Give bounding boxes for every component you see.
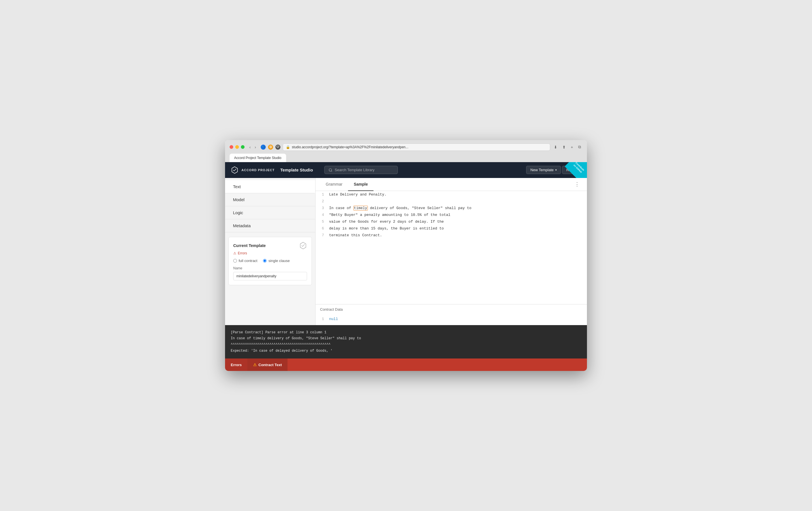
address-bar[interactable]: 🔒 studio.accordproject.org/?template=ap%… — [283, 143, 550, 151]
contract-line-content-1: null — [327, 316, 587, 322]
code-line-4: 4 "Betty Buyer" a penalty amounting to 1… — [316, 211, 587, 218]
code-editor: 1 Late Delivery and Penalty. 2 3 In case… — [316, 191, 587, 304]
error-line-2: In case of timely delivery of Goods, "St… — [231, 335, 581, 342]
back-button[interactable]: ‹ — [248, 144, 252, 150]
line-number-2: 2 — [316, 198, 327, 205]
tab-more-options[interactable]: ⋮ — [572, 178, 582, 190]
logo-area: ACCORD PROJECT — [231, 166, 274, 174]
chevron-down-icon: ▾ — [555, 168, 557, 171]
search-bar[interactable] — [324, 166, 398, 174]
sidebar-item-model-label: Model — [233, 197, 244, 202]
errors-tab-label: Errors — [231, 363, 242, 367]
single-clause-option[interactable]: single clause — [263, 259, 290, 263]
lock-icon: 🔒 — [286, 145, 290, 149]
code-line-1: 1 Late Delivery and Penalty. — [316, 191, 587, 198]
contract-data-section: Contract Data 1 null — [316, 304, 587, 325]
app-container: ACCORD PROJECT Template Studio New Templ… — [225, 162, 587, 371]
browser-tabs: Accord Project Template Studio — [230, 154, 582, 162]
tabs-button[interactable]: ⧉ — [577, 144, 582, 150]
warning-icon: ⚠ — [253, 362, 257, 367]
line-number-6: 6 — [316, 225, 327, 232]
share-button[interactable]: ⬆ — [561, 144, 567, 150]
full-contract-label: full contract — [239, 259, 257, 263]
app-title: Template Studio — [280, 167, 313, 172]
line-content-1: Late Delivery and Penalty. — [327, 191, 587, 198]
error-warning-icon: ⚠ — [233, 251, 236, 255]
browser-window: ‹ › 🔵 Ⓑ 🛡 🔒 studio.accordproject.org/?te… — [225, 140, 587, 371]
contract-data-lines: 1 null — [316, 316, 587, 322]
template-name-input[interactable] — [233, 272, 307, 280]
extension-icon-1: 🔵 — [261, 144, 266, 150]
error-line-4: Expected: 'In case of delayed delivery o… — [231, 348, 581, 354]
sidebar-item-text-label: Text — [233, 184, 241, 189]
sidebar-item-text[interactable]: Text — [225, 180, 315, 193]
current-template-section: Current Template ⚠ Errors full con — [228, 237, 312, 285]
traffic-lights — [230, 145, 244, 149]
tab-grammar[interactable]: Grammar — [320, 178, 348, 191]
nav-buttons: ‹ › — [248, 144, 257, 150]
sidebar-item-logic[interactable]: Logic — [225, 206, 315, 219]
browser-chrome: ‹ › 🔵 Ⓑ 🛡 🔒 studio.accordproject.org/?te… — [225, 140, 587, 162]
minimize-button[interactable] — [235, 145, 239, 149]
new-tab-button[interactable]: + — [570, 144, 575, 150]
new-template-label: New Template — [530, 168, 554, 172]
ct-error: ⚠ Errors — [233, 251, 307, 255]
editor-tabs: Grammar Sample ⋮ — [316, 178, 587, 191]
contract-data-line-1: 1 null — [316, 316, 587, 322]
address-bar-container: 🔵 Ⓑ 🛡 🔒 studio.accordproject.org/?templa… — [261, 143, 582, 151]
current-template-title: Current Template — [233, 243, 266, 248]
code-line-7: 7 terminate this Contract. — [316, 232, 587, 239]
line-number-1: 1 — [316, 191, 327, 198]
line-content-2 — [327, 198, 587, 205]
maximize-button[interactable] — [241, 145, 244, 149]
template-logo-icon — [299, 242, 307, 249]
tab-sample-label: Sample — [354, 182, 368, 186]
line-content-3: In case of timely delivery of Goods, "St… — [327, 205, 587, 211]
browser-titlebar: ‹ › 🔵 Ⓑ 🛡 🔒 studio.accordproject.org/?te… — [230, 143, 582, 151]
single-clause-radio[interactable] — [263, 259, 267, 263]
sidebar-item-metadata-label: Metadata — [233, 223, 251, 228]
single-clause-label: single clause — [268, 259, 290, 263]
address-bar-actions: ⬇ ⬆ + ⧉ — [552, 144, 582, 150]
code-line-5: 5 value of the Goods for every 2 days of… — [316, 218, 587, 225]
tab-sample[interactable]: Sample — [348, 178, 374, 191]
radio-group: full contract single clause — [233, 259, 307, 263]
line-number-4: 4 — [316, 211, 327, 218]
download-button[interactable]: ⬇ — [552, 144, 559, 150]
extension-icon-3: 🛡 — [276, 144, 281, 150]
bottom-tab-contract-text[interactable]: ⚠ Contract Text — [248, 358, 288, 371]
contract-line-number-1: 1 — [316, 316, 327, 322]
line-content-7: terminate this Contract. — [327, 232, 587, 239]
code-line-3: 3 In case of timely delivery of Goods, "… — [316, 205, 587, 211]
search-icon — [328, 168, 332, 172]
sidebar-item-logic-label: Logic — [233, 210, 243, 215]
name-label: Name — [233, 266, 307, 270]
sidebar: Text Model Logic Metadata Current Templa… — [225, 178, 316, 325]
highlighted-timely: timely — [353, 206, 368, 211]
sidebar-item-model[interactable]: Model — [225, 193, 315, 206]
error-panel: [Parse Contract] Parse error at line 3 c… — [225, 325, 587, 358]
forward-button[interactable]: › — [253, 144, 258, 150]
tab-grammar-label: Grammar — [326, 182, 342, 186]
url-text: studio.accordproject.org/?template=ap%3A… — [292, 145, 408, 149]
contract-data-code: 1 null — [316, 314, 587, 325]
close-button[interactable] — [230, 145, 233, 149]
code-lines: 1 Late Delivery and Penalty. 2 3 In case… — [316, 191, 587, 239]
new-template-button[interactable]: New Template ▾ — [526, 166, 561, 174]
code-line-6: 6 delay is more than 15 days, the Buyer … — [316, 225, 587, 232]
line-content-6: delay is more than 15 days, the Buyer is… — [327, 225, 587, 232]
ct-header: Current Template — [233, 242, 307, 249]
bottom-bar: Errors ⚠ Contract Text — [225, 358, 587, 371]
code-line-2: 2 — [316, 198, 587, 205]
search-input[interactable] — [335, 168, 391, 172]
full-contract-option[interactable]: full contract — [233, 259, 257, 263]
contract-data-header: Contract Data — [316, 304, 587, 314]
brand-name: ACCORD PROJECT — [241, 168, 274, 172]
line-number-7: 7 — [316, 232, 327, 239]
browser-tab-active[interactable]: Accord Project Template Studio — [230, 154, 286, 162]
sidebar-item-metadata[interactable]: Metadata — [225, 219, 315, 232]
full-contract-radio[interactable] — [233, 259, 237, 263]
contract-text-tab-label: Contract Text — [258, 363, 282, 367]
line-content-5: value of the Goods for every 2 days of d… — [327, 218, 587, 225]
bottom-tab-errors[interactable]: Errors — [225, 358, 248, 371]
